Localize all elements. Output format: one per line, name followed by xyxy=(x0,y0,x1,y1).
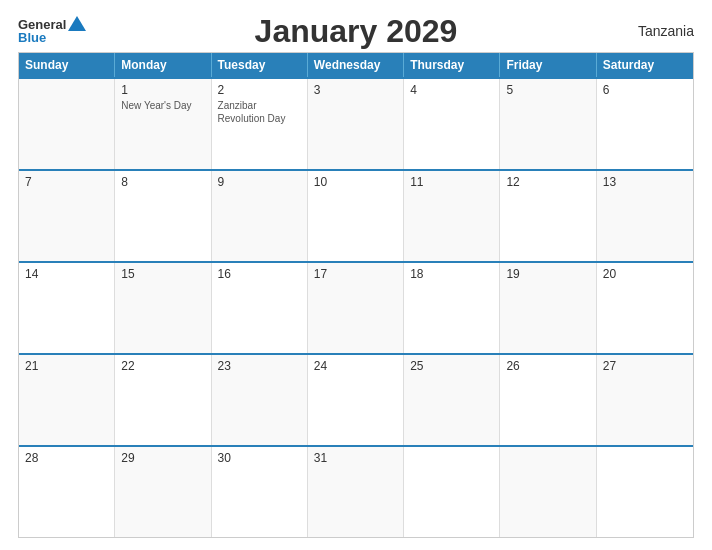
cell-w4-mon: 22 xyxy=(115,355,211,445)
calendar-header: Sunday Monday Tuesday Wednesday Thursday… xyxy=(19,53,693,77)
cell-w4-sun: 21 xyxy=(19,355,115,445)
day-8: 8 xyxy=(121,175,204,189)
cell-w3-tue: 16 xyxy=(212,263,308,353)
cell-w5-fri xyxy=(500,447,596,537)
cell-w4-thu: 25 xyxy=(404,355,500,445)
day-7: 7 xyxy=(25,175,108,189)
cell-w2-fri: 12 xyxy=(500,171,596,261)
header-saturday: Saturday xyxy=(597,53,693,77)
cell-w4-fri: 26 xyxy=(500,355,596,445)
week-5: 28 29 30 31 xyxy=(19,445,693,537)
cell-w2-sat: 13 xyxy=(597,171,693,261)
header-wednesday: Wednesday xyxy=(308,53,404,77)
week-2: 7 8 9 10 11 12 13 xyxy=(19,169,693,261)
day-28: 28 xyxy=(25,451,108,465)
cell-w5-mon: 29 xyxy=(115,447,211,537)
day-17: 17 xyxy=(314,267,397,281)
cell-w1-wed: 3 xyxy=(308,79,404,169)
header: General Blue January 2029 Tanzania xyxy=(18,18,694,44)
day-16: 16 xyxy=(218,267,301,281)
logo-wrapper: General Blue xyxy=(18,18,86,44)
event-zanzibar: ZanzibarRevolution Day xyxy=(218,99,301,125)
page: General Blue January 2029 Tanzania Sunda… xyxy=(0,0,712,550)
page-title: January 2029 xyxy=(255,13,458,50)
day-27: 27 xyxy=(603,359,687,373)
cell-w5-wed: 31 xyxy=(308,447,404,537)
day-30: 30 xyxy=(218,451,301,465)
cell-w1-mon: 1 New Year's Day xyxy=(115,79,211,169)
cell-w1-thu: 4 xyxy=(404,79,500,169)
cell-w5-sat xyxy=(597,447,693,537)
day-23: 23 xyxy=(218,359,301,373)
cell-w1-sat: 6 xyxy=(597,79,693,169)
day-19: 19 xyxy=(506,267,589,281)
day-4: 4 xyxy=(410,83,493,97)
day-12: 12 xyxy=(506,175,589,189)
day-3: 3 xyxy=(314,83,397,97)
week-1: 1 New Year's Day 2 ZanzibarRevolution Da… xyxy=(19,77,693,169)
day-15: 15 xyxy=(121,267,204,281)
day-22: 22 xyxy=(121,359,204,373)
day-2: 2 xyxy=(218,83,301,97)
cell-w3-wed: 17 xyxy=(308,263,404,353)
cell-w2-tue: 9 xyxy=(212,171,308,261)
cell-w3-sat: 20 xyxy=(597,263,693,353)
week-3: 14 15 16 17 18 19 20 xyxy=(19,261,693,353)
week-4: 21 22 23 24 25 26 27 xyxy=(19,353,693,445)
day-14: 14 xyxy=(25,267,108,281)
day-1: 1 xyxy=(121,83,204,97)
cell-w4-tue: 23 xyxy=(212,355,308,445)
cell-w2-thu: 11 xyxy=(404,171,500,261)
cell-w4-wed: 24 xyxy=(308,355,404,445)
logo: General Blue xyxy=(18,18,86,44)
day-24: 24 xyxy=(314,359,397,373)
day-6: 6 xyxy=(603,83,687,97)
header-thursday: Thursday xyxy=(404,53,500,77)
day-25: 25 xyxy=(410,359,493,373)
cell-w1-fri: 5 xyxy=(500,79,596,169)
cell-w4-sat: 27 xyxy=(597,355,693,445)
cell-w5-thu xyxy=(404,447,500,537)
day-13: 13 xyxy=(603,175,687,189)
cell-w3-fri: 19 xyxy=(500,263,596,353)
cell-w2-wed: 10 xyxy=(308,171,404,261)
day-21: 21 xyxy=(25,359,108,373)
cell-w3-sun: 14 xyxy=(19,263,115,353)
header-tuesday: Tuesday xyxy=(212,53,308,77)
header-sunday: Sunday xyxy=(19,53,115,77)
event-new-years-day: New Year's Day xyxy=(121,99,204,112)
cell-w1-tue: 2 ZanzibarRevolution Day xyxy=(212,79,308,169)
header-friday: Friday xyxy=(500,53,596,77)
cell-w1-sun xyxy=(19,79,115,169)
calendar: Sunday Monday Tuesday Wednesday Thursday… xyxy=(18,52,694,538)
cell-w5-sun: 28 xyxy=(19,447,115,537)
cell-w2-sun: 7 xyxy=(19,171,115,261)
calendar-body: 1 New Year's Day 2 ZanzibarRevolution Da… xyxy=(19,77,693,537)
logo-blue: Blue xyxy=(18,31,86,44)
day-20: 20 xyxy=(603,267,687,281)
header-monday: Monday xyxy=(115,53,211,77)
day-29: 29 xyxy=(121,451,204,465)
day-5: 5 xyxy=(506,83,589,97)
day-26: 26 xyxy=(506,359,589,373)
logo-triangle-icon xyxy=(68,16,86,31)
day-31: 31 xyxy=(314,451,397,465)
day-11: 11 xyxy=(410,175,493,189)
cell-w3-mon: 15 xyxy=(115,263,211,353)
day-18: 18 xyxy=(410,267,493,281)
cell-w5-tue: 30 xyxy=(212,447,308,537)
cell-w3-thu: 18 xyxy=(404,263,500,353)
day-10: 10 xyxy=(314,175,397,189)
cell-w2-mon: 8 xyxy=(115,171,211,261)
country-label: Tanzania xyxy=(638,23,694,39)
day-9: 9 xyxy=(218,175,301,189)
